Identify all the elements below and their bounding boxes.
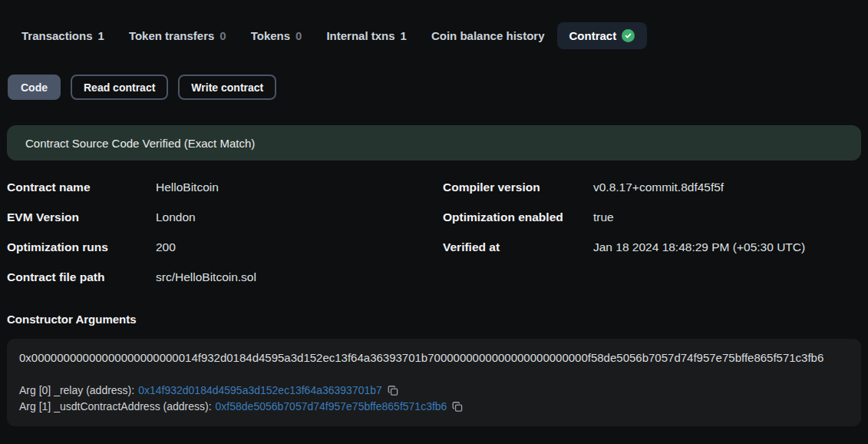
tab-token-transfers[interactable]: Token transfers 0 [117, 22, 239, 49]
info-label: Verified at [443, 240, 593, 254]
contract-name-value: HelloBitcoin [156, 181, 443, 194]
contract-info-grid: Contract name HelloBitcoin Compiler vers… [7, 181, 861, 284]
tab-label: Internal txns [326, 29, 394, 42]
info-label: EVM Version [7, 210, 156, 224]
read-contract-button[interactable]: Read contract [71, 75, 168, 100]
contract-subtabs: Code Read contract Write contract [0, 49, 868, 100]
tab-count: 0 [295, 29, 302, 42]
arg-prefix: Arg [1] _usdtContractAddress (address): [19, 399, 212, 415]
write-contract-button[interactable]: Write contract [178, 75, 276, 100]
tab-bar: Transactions 1 Token transfers 0 Tokens … [0, 0, 868, 49]
constructor-arg-row: Arg [0] _relay (address): 0x14f932d0184d… [19, 383, 849, 399]
tab-transactions[interactable]: Transactions 1 [9, 22, 117, 49]
verified-check-icon [622, 29, 635, 42]
verified-banner: Contract Source Code Verified (Exact Mat… [7, 125, 861, 161]
info-label: Optimization enabled [443, 210, 593, 224]
compiler-version-value: v0.8.17+commit.8df45f5f [593, 181, 861, 194]
arg-address-link[interactable]: 0xf58de5056b7057d74f957e75bffe865f571c3f… [216, 399, 447, 415]
arg-address-link[interactable]: 0x14f932d0184d4595a3d152ec13f64a36393701… [138, 383, 382, 399]
tab-contract[interactable]: Contract [557, 22, 648, 49]
info-label: Optimization runs [7, 240, 156, 254]
optimization-enabled-value: true [593, 210, 861, 224]
copy-icon[interactable] [388, 385, 398, 396]
verified-at-value: Jan 18 2024 18:48:29 PM (+05:30 UTC) [593, 240, 861, 254]
info-label: Compiler version [443, 181, 593, 194]
tab-label: Tokens [251, 29, 290, 42]
info-label: Contract name [7, 181, 156, 194]
tab-count: 1 [401, 29, 407, 42]
optimization-runs-value: 200 [156, 240, 443, 254]
tab-coin-balance-history[interactable]: Coin balance history [419, 22, 557, 49]
constructor-raw-hex: 0x00000000000000000000000014f932d0184d45… [19, 351, 849, 365]
constructor-args-list: Arg [0] _relay (address): 0x14f932d0184d… [19, 383, 849, 415]
tab-label: Token transfers [129, 29, 214, 42]
info-label: Contract file path [7, 270, 156, 284]
arg-prefix: Arg [0] _relay (address): [19, 383, 134, 399]
tab-count: 0 [219, 29, 226, 42]
tab-label: Contract [569, 29, 617, 42]
evm-version-value: London [156, 210, 443, 224]
contract-file-path-value: src/HelloBitcoin.sol [156, 270, 443, 284]
tab-label: Transactions [21, 29, 93, 42]
tab-tokens[interactable]: Tokens 0 [239, 22, 315, 49]
tab-internal-txns[interactable]: Internal txns 1 [314, 22, 419, 49]
constructor-arguments-heading: Constructor Arguments [7, 313, 861, 326]
verified-banner-text: Contract Source Code Verified (Exact Mat… [25, 137, 255, 150]
constructor-arg-row: Arg [1] _usdtContractAddress (address): … [19, 399, 849, 415]
tab-label: Coin balance history [431, 29, 545, 42]
contract-page: Transactions 1 Token transfers 0 Tokens … [0, 0, 868, 426]
constructor-arguments-box: 0x00000000000000000000000014f932d0184d45… [7, 339, 861, 426]
tab-count: 1 [98, 29, 104, 42]
code-button[interactable]: Code [8, 75, 61, 100]
copy-icon[interactable] [452, 401, 463, 413]
